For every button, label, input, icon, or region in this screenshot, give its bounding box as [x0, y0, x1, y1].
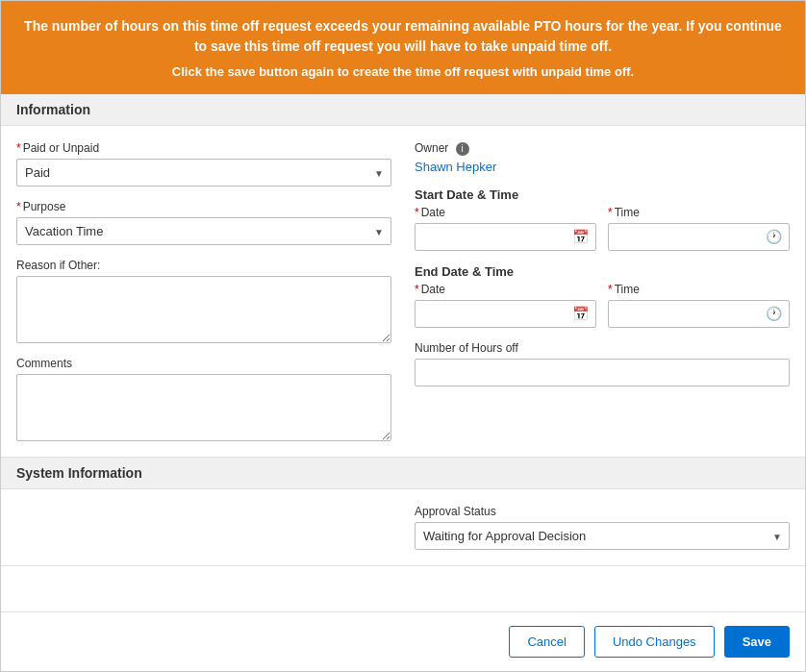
end-time-field: *Time 3:20 PM 🕐	[608, 283, 790, 328]
right-column: Owner i Shawn Hepker Start Date & Time *…	[415, 141, 790, 441]
comments-label: Comments	[16, 357, 391, 370]
paid-unpaid-required: *	[16, 141, 21, 155]
end-datetime-row: *Date Feb 22, 2023 📅 *Time	[415, 283, 790, 328]
start-datetime-section: Start Date & Time *Date Feb 22, 2023 📅	[415, 187, 790, 251]
start-time-input[interactable]: 3:19 PM	[608, 223, 790, 251]
end-datetime-label: End Date & Time	[415, 264, 790, 279]
start-time-field: *Time 3:19 PM 🕐	[608, 206, 790, 251]
save-button[interactable]: Save	[724, 626, 790, 658]
approval-status-select-wrapper: Waiting for Approval Decision Approved R…	[415, 522, 790, 550]
comments-textarea[interactable]	[16, 374, 391, 441]
information-section: Information *Paid or Unpaid Paid Unpaid	[1, 94, 805, 458]
approval-status-label: Approval Status	[415, 505, 790, 518]
purpose-label: *Purpose	[16, 200, 391, 213]
system-section-header: System Information	[1, 458, 805, 489]
spacer	[1, 566, 805, 611]
undo-changes-button[interactable]: Undo Changes	[594, 626, 715, 658]
end-time-input-wrapper: 3:20 PM 🕐	[608, 300, 790, 328]
purpose-select[interactable]: Vacation Time Sick Time Other	[16, 217, 391, 245]
purpose-required: *	[16, 200, 21, 213]
warning-banner: The number of hours on this time off req…	[1, 1, 805, 94]
left-column: *Paid or Unpaid Paid Unpaid *Purpose	[16, 141, 391, 441]
owner-info-icon[interactable]: i	[456, 142, 469, 156]
reason-field: Reason if Other:	[16, 259, 391, 343]
start-time-input-wrapper: 3:19 PM 🕐	[608, 223, 790, 251]
comments-field: Comments	[16, 357, 391, 441]
start-date-input[interactable]: Feb 22, 2023	[415, 223, 596, 251]
hours-off-input[interactable]: 40.00	[415, 359, 790, 386]
warning-main-text: The number of hours on this time off req…	[20, 16, 786, 57]
end-time-input[interactable]: 3:20 PM	[608, 300, 790, 328]
end-date-label: *Date	[415, 283, 596, 296]
paid-unpaid-select[interactable]: Paid Unpaid	[16, 159, 391, 187]
paid-unpaid-select-wrapper: Paid Unpaid	[16, 159, 391, 187]
end-date-input-wrapper: Feb 22, 2023 📅	[415, 300, 596, 328]
end-date-field: *Date Feb 22, 2023 📅	[415, 283, 596, 328]
reason-textarea[interactable]	[16, 276, 391, 343]
hours-off-label: Number of Hours off	[415, 341, 790, 355]
owner-label: Owner i	[415, 141, 790, 156]
end-time-label: *Time	[608, 283, 790, 296]
modal-container: The number of hours on this time off req…	[0, 0, 806, 672]
paid-unpaid-field: *Paid or Unpaid Paid Unpaid	[16, 141, 391, 187]
system-left-spacer	[16, 505, 391, 550]
start-date-input-wrapper: Feb 22, 2023 📅	[415, 223, 596, 251]
start-datetime-label: Start Date & Time	[415, 187, 790, 202]
start-date-field: *Date Feb 22, 2023 📅	[415, 206, 596, 251]
purpose-select-wrapper: Vacation Time Sick Time Other	[16, 217, 391, 245]
approval-status-select[interactable]: Waiting for Approval Decision Approved R…	[415, 522, 790, 550]
cancel-button[interactable]: Cancel	[509, 626, 584, 658]
purpose-field: *Purpose Vacation Time Sick Time Other	[16, 200, 391, 245]
footer: Cancel Undo Changes Save	[1, 611, 805, 671]
start-date-label: *Date	[415, 206, 596, 219]
start-time-label: *Time	[608, 206, 790, 219]
owner-field: Owner i Shawn Hepker	[415, 141, 790, 174]
end-datetime-section: End Date & Time *Date Feb 22, 2023 📅	[415, 264, 790, 328]
hours-off-field: Number of Hours off 40.00	[415, 341, 790, 386]
end-date-input[interactable]: Feb 22, 2023	[415, 300, 596, 328]
paid-unpaid-label: *Paid or Unpaid	[16, 141, 391, 155]
system-right-content: Approval Status Waiting for Approval Dec…	[415, 505, 790, 550]
system-section: System Information Approval Status Waiti…	[1, 458, 805, 566]
reason-label: Reason if Other:	[16, 259, 391, 272]
information-section-body: *Paid or Unpaid Paid Unpaid *Purpose	[1, 126, 805, 457]
warning-sub-text: Click the save button again to create th…	[20, 64, 786, 79]
approval-status-field: Approval Status Waiting for Approval Dec…	[415, 505, 790, 550]
owner-value[interactable]: Shawn Hepker	[415, 160, 790, 174]
start-datetime-row: *Date Feb 22, 2023 📅 *Time	[415, 206, 790, 251]
information-section-header: Information	[1, 94, 805, 126]
system-section-body: Approval Status Waiting for Approval Dec…	[1, 489, 805, 565]
